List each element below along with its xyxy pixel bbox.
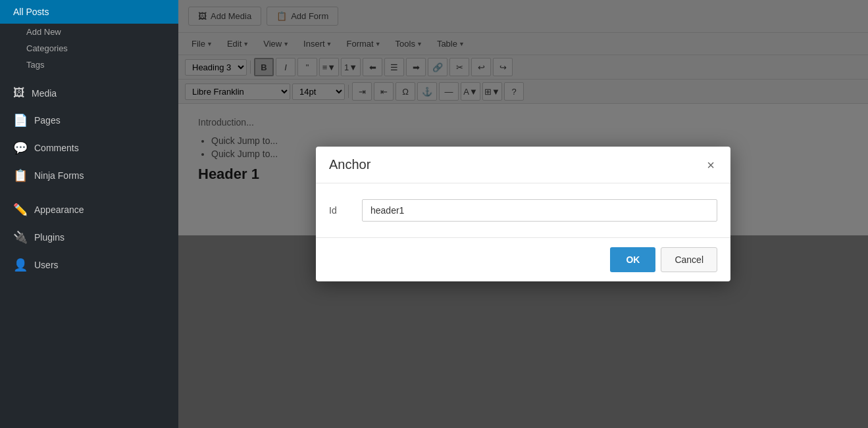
sidebar-item-add-new[interactable]: Add New bbox=[0, 24, 178, 40]
pages-icon: 📄 bbox=[13, 113, 28, 128]
sidebar-item-comments[interactable]: 💬 Comments bbox=[0, 134, 178, 162]
sidebar-item-all-posts[interactable]: All Posts bbox=[0, 0, 178, 24]
appearance-icon: ✏️ bbox=[13, 202, 28, 217]
sidebar-item-ninja-forms[interactable]: 📋 Ninja Forms bbox=[0, 162, 178, 189]
anchor-id-input[interactable] bbox=[362, 199, 717, 222]
sidebar-item-media[interactable]: 🖼 Media bbox=[0, 80, 178, 107]
comments-icon: 💬 bbox=[13, 141, 28, 155]
sidebar-item-categories[interactable]: Categories bbox=[0, 40, 178, 57]
sidebar-item-plugins[interactable]: 🔌 Plugins bbox=[0, 224, 178, 251]
users-icon: 👤 bbox=[13, 258, 28, 272]
ok-button[interactable]: OK bbox=[610, 247, 655, 272]
modal-close-button[interactable]: × bbox=[704, 158, 717, 172]
sidebar: All Posts Add New Categories Tags 🖼 Medi… bbox=[0, 0, 178, 428]
sidebar-item-pages[interactable]: 📄 Pages bbox=[0, 107, 178, 134]
cancel-button[interactable]: Cancel bbox=[661, 247, 717, 272]
id-form-row: Id bbox=[329, 199, 717, 222]
modal-footer: OK Cancel bbox=[316, 237, 730, 281]
sidebar-item-users[interactable]: 👤 Users bbox=[0, 251, 178, 279]
modal-body: Id bbox=[316, 183, 730, 237]
sidebar-item-appearance[interactable]: ✏️ Appearance bbox=[0, 196, 178, 224]
media-icon: 🖼 bbox=[13, 86, 25, 100]
main-area: 🖼 Add Media 📋 Add Form File ▼ Edit ▼ Vie… bbox=[178, 0, 868, 428]
modal-title: Anchor bbox=[329, 157, 370, 172]
id-label: Id bbox=[329, 205, 349, 216]
sidebar-item-label: All Posts bbox=[13, 7, 49, 17]
anchor-modal: Anchor × Id OK Cancel bbox=[316, 147, 730, 281]
modal-overlay: Anchor × Id OK Cancel bbox=[178, 0, 868, 428]
modal-header: Anchor × bbox=[316, 147, 730, 183]
plugins-icon: 🔌 bbox=[13, 230, 28, 245]
ninja-forms-icon: 📋 bbox=[13, 168, 28, 183]
sidebar-item-tags[interactable]: Tags bbox=[0, 57, 178, 73]
